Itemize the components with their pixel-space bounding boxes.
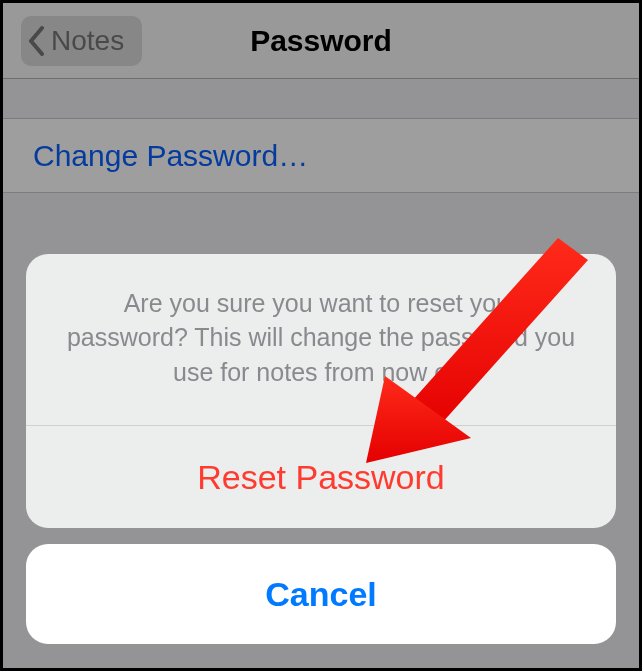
reset-password-button[interactable]: Reset Password (26, 426, 616, 528)
action-sheet-message: Are you sure you want to reset your pass… (26, 254, 616, 426)
cancel-button[interactable]: Cancel (26, 544, 616, 644)
action-sheet: Are you sure you want to reset your pass… (26, 254, 616, 645)
action-sheet-main: Are you sure you want to reset your pass… (26, 254, 616, 529)
